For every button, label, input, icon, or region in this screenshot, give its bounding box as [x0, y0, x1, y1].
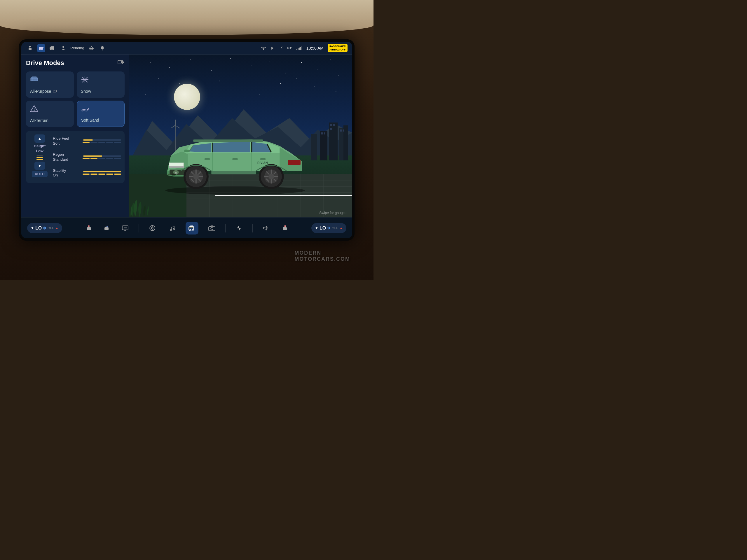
svg-rect-138	[172, 174, 176, 175]
passenger-airbag-badge: PASSENGER AIRBAG OFF	[328, 44, 347, 52]
right-climate-control: ▼ LO ❄ OFF ▲	[311, 223, 346, 233]
car-icon[interactable]	[48, 44, 56, 52]
soft-sand-icon	[81, 105, 120, 115]
seat-heat-right-button[interactable]	[280, 223, 290, 233]
right-fan-icon: ❄	[327, 226, 331, 231]
svg-point-30	[84, 79, 85, 80]
svg-rect-0	[29, 48, 31, 50]
svg-point-116	[194, 174, 199, 179]
left-climate-status: OFF	[48, 226, 54, 230]
garage-icon[interactable]	[87, 44, 96, 52]
svg-rect-17	[300, 47, 301, 50]
cloud-icon	[53, 89, 57, 93]
regen-label: Regen Standard	[53, 152, 68, 162]
main-screen: Pending 63° 10:50 AM	[21, 42, 352, 238]
svg-point-9	[62, 46, 64, 48]
screen-bezel: Pending 63° 10:50 AM	[19, 39, 355, 241]
svg-rect-82	[330, 124, 332, 126]
svg-point-2	[39, 49, 40, 50]
status-bar-right: 63° 10:50 AM PASSENGER AIRBAG OFF	[261, 44, 347, 52]
panel-title: Drive Modes	[26, 59, 64, 67]
svg-rect-83	[333, 124, 335, 126]
power-button[interactable]	[233, 222, 246, 235]
svg-rect-110	[232, 158, 238, 160]
svg-point-155	[170, 229, 172, 231]
seat-heat-left-button[interactable]	[84, 223, 94, 233]
snow-icon	[81, 76, 121, 85]
left-temp-up[interactable]: ▲	[55, 226, 59, 230]
settings-panel: ▲ Height Low ▼ AUTO	[26, 131, 125, 183]
svg-rect-112	[288, 160, 301, 165]
svg-rect-107	[194, 139, 263, 142]
volume-button[interactable]	[260, 222, 273, 235]
right-temp-down[interactable]: ▼	[315, 226, 318, 230]
svg-rect-167	[283, 227, 287, 230]
left-temp-down[interactable]: ▼	[31, 226, 34, 230]
time-display: 10:50 AM	[306, 46, 324, 50]
auto-badge[interactable]: AUTO	[32, 171, 48, 177]
temperature-display: 63°	[287, 46, 292, 50]
svg-rect-16	[299, 48, 300, 50]
svg-rect-88	[324, 132, 325, 134]
svg-rect-98	[169, 166, 184, 167]
panel-settings-icon[interactable]	[118, 59, 125, 67]
svg-marker-10	[89, 46, 94, 48]
regen-setting: Regen Standard	[53, 151, 121, 164]
all-purpose-icon	[30, 76, 70, 84]
person-icon[interactable]	[59, 44, 68, 52]
bluetooth-icon	[270, 46, 274, 50]
svg-point-94	[165, 186, 305, 194]
divider-3	[252, 224, 253, 233]
right-temp-up[interactable]: ▲	[339, 226, 343, 230]
svg-marker-166	[263, 226, 267, 230]
all-terrain-icon	[30, 105, 70, 115]
plants-svg	[129, 194, 164, 217]
svg-rect-142	[104, 227, 108, 230]
mode-soft-sand[interactable]: Soft Sand	[77, 101, 125, 127]
mode-snow[interactable]: Snow	[77, 72, 125, 98]
signal-bars	[297, 46, 302, 50]
regen-dots	[83, 158, 121, 159]
svg-point-13	[102, 49, 103, 50]
bottom-bar: ▼ LO ❄ OFF ▲	[21, 217, 352, 238]
drive-mode-button[interactable]	[186, 222, 199, 235]
svg-rect-162	[209, 226, 215, 231]
camera-button[interactable]	[205, 222, 218, 235]
seat-cool-left-button[interactable]	[101, 223, 112, 233]
svg-rect-139	[168, 174, 171, 175]
mode-all-terrain-label: All-Terrain	[30, 118, 70, 123]
svg-rect-144	[122, 226, 128, 230]
navigation-button[interactable]	[146, 222, 159, 235]
ride-feel-dots	[83, 142, 121, 143]
wifi-icon	[261, 46, 266, 50]
regen-controls	[83, 156, 121, 159]
svg-rect-108	[184, 149, 189, 152]
height-up-button[interactable]: ▲	[34, 134, 45, 143]
music-button[interactable]	[166, 222, 179, 235]
scene-canvas: R	[129, 55, 352, 217]
height-dots	[36, 156, 43, 160]
svg-rect-85	[340, 130, 342, 132]
pending-status: Pending	[70, 46, 84, 50]
height-down-button[interactable]: ▼	[34, 162, 45, 170]
svg-rect-14	[297, 49, 297, 50]
svg-point-7	[53, 49, 54, 50]
stability-bar[interactable]	[83, 171, 121, 172]
mode-all-purpose[interactable]: All-Purpose	[26, 72, 74, 98]
divider-2	[225, 224, 226, 233]
mode-all-terrain[interactable]: All-Terrain	[26, 101, 74, 127]
signal-icon	[278, 46, 283, 50]
rivian-brand-text: RIVIAN	[257, 161, 268, 164]
svg-text:R: R	[175, 171, 177, 174]
bell-icon[interactable]	[98, 44, 106, 52]
svg-rect-168	[284, 226, 286, 228]
ride-feel-bar[interactable]	[83, 139, 121, 140]
drive-icon[interactable]	[37, 44, 45, 52]
regen-bar[interactable]	[83, 156, 121, 157]
height-label: Height Low	[34, 144, 46, 154]
svg-rect-109	[205, 158, 210, 160]
car-interior: Pending 63° 10:50 AM	[0, 0, 374, 280]
svg-rect-97	[169, 163, 183, 166]
lock-icon[interactable]	[26, 44, 34, 52]
rear-climate-button[interactable]	[119, 222, 132, 235]
